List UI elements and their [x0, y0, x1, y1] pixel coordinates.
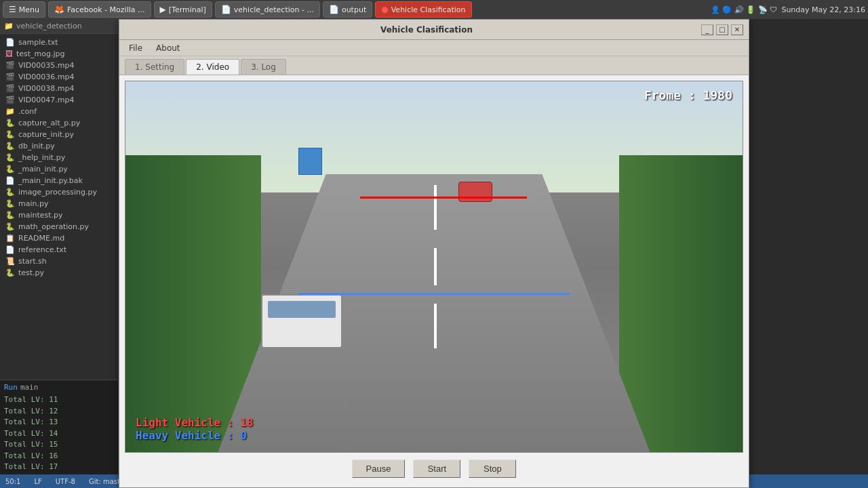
file-test-py[interactable]: 🐍 test.py: [0, 267, 118, 279]
run-label: Run: [4, 383, 18, 392]
active-icon: ●: [381, 5, 388, 14]
file-image-processing[interactable]: 🐍 image_processing.py: [0, 186, 118, 198]
txt-icon-2: 📄: [5, 245, 15, 254]
terminal-line-1: Total LV: 11: [4, 394, 114, 406]
menu-about[interactable]: About: [149, 42, 186, 54]
window-menubar: File About: [119, 40, 749, 56]
txt-icon: 📄: [5, 38, 15, 47]
vehicle-counters: Light Vehicle : 18 Heavy Vehicle : 0: [136, 416, 253, 442]
green-right: [619, 155, 743, 452]
tab-video[interactable]: 2. Video: [186, 59, 239, 75]
py-icon-2: 🐍: [5, 130, 15, 139]
file-db-init[interactable]: 🐍 db_init.py: [0, 140, 118, 152]
file-vid00047[interactable]: 🎬 VID00047.mp4: [0, 94, 118, 106]
road-scene: Frome : 1980 Light Vehicle : 18 Heavy Ve…: [125, 81, 743, 452]
py-icon-5: 🐍: [5, 165, 15, 174]
stop-button[interactable]: Stop: [469, 460, 516, 478]
window-body: Frome : 1980 Light Vehicle : 18 Heavy Ve…: [119, 75, 749, 487]
tab-log[interactable]: 3. Log: [241, 59, 286, 75]
py-icon-7: 🐍: [5, 199, 15, 208]
taskbar: ☰ Menu 🦊 Facebook - Mozilla ... ▶ [Termi…: [0, 0, 868, 19]
file-test-mog[interactable]: 🖼 test_mog.jpg: [0, 48, 118, 60]
control-buttons: Pause Start Stop: [125, 453, 743, 482]
file-vid00038[interactable]: 🎬 VID00038.mp4: [0, 83, 118, 94]
run-file: main: [20, 383, 39, 392]
file-vid00036[interactable]: 🎬 VID00036.mp4: [0, 71, 118, 83]
file-help-init[interactable]: 🐍 _help_init.py: [0, 152, 118, 163]
lane-divider-3: [434, 304, 437, 348]
terminal-panel: Run main Total LV: 11 Total LV: 12 Total…: [0, 380, 118, 488]
conf-icon: 📁: [5, 107, 15, 116]
sh-icon: 📜: [5, 257, 15, 266]
sidebar-files[interactable]: 📄 sample.txt 🖼 test_mog.jpg 🎬 VID00035.m…: [0, 34, 118, 380]
frame-counter: Frome : 1980: [644, 88, 732, 102]
app-window: Vehicle Clasification _ □ ✕ File About 1…: [119, 19, 749, 488]
file-main[interactable]: 🐍 main.py: [0, 198, 118, 209]
taskbar-menu[interactable]: ☰ Menu: [3, 1, 45, 18]
taskbar-output[interactable]: 📄 output: [323, 1, 372, 18]
close-button[interactable]: ✕: [731, 24, 743, 35]
py-icon-8: 🐍: [5, 211, 15, 220]
billboard: [298, 148, 322, 175]
taskbar-terminal[interactable]: ▶ [Terminal]: [154, 1, 212, 18]
output-icon: 📄: [329, 5, 339, 14]
file-readme[interactable]: 📋 README.md: [0, 232, 118, 244]
status-position: 50:1: [5, 478, 20, 485]
status-lf: LF: [34, 478, 41, 485]
file-reference[interactable]: 📄 reference.txt: [0, 244, 118, 256]
menu-file[interactable]: File: [122, 42, 149, 54]
terminal-line-4: Total LV: 14: [4, 428, 114, 440]
py-icon-4: 🐍: [5, 153, 15, 162]
status-encoding: UTF-8: [56, 478, 75, 485]
project-label: vehicle_detection: [16, 22, 82, 30]
firefox-icon: 🦊: [54, 5, 64, 14]
mp4-icon: 🎬: [5, 61, 15, 70]
bus-windows: [268, 301, 336, 318]
window-title: Vehicle Clasification: [152, 25, 701, 35]
video-container: Frome : 1980 Light Vehicle : 18 Heavy Ve…: [125, 81, 743, 453]
py-icon-6: 🐍: [5, 188, 15, 197]
terminal-line-3: Total LV: 13: [4, 417, 114, 428]
file-vid00035[interactable]: 🎬 VID00035.mp4: [0, 60, 118, 71]
detection-line-red: [360, 197, 527, 199]
file-main-init[interactable]: 🐍 _main_init.py: [0, 163, 118, 175]
mp4-icon-4: 🎬: [5, 96, 15, 104]
file-capture-alt[interactable]: 🐍 capture_alt_p.py: [0, 117, 118, 129]
minimize-button[interactable]: _: [701, 24, 713, 35]
start-button[interactable]: Start: [413, 460, 460, 478]
bus-vehicle: [261, 294, 342, 348]
sidebar: 📁 vehicle_detection 📄 sample.txt 🖼 test_…: [0, 19, 119, 488]
detection-line-blue: [298, 293, 570, 295]
py-icon-1: 🐍: [5, 119, 15, 127]
lane-divider-1: [434, 185, 437, 230]
datetime: Sunday May 22, 23:16: [781, 5, 865, 14]
pause-button[interactable]: Pause: [352, 460, 406, 478]
terminal-line-6: Total LV: 16: [4, 451, 114, 462]
file-conf[interactable]: 📁 .conf: [0, 106, 118, 117]
taskbar-vehicle-clasification[interactable]: ● Vehicle Clasification: [375, 1, 471, 18]
maximize-button[interactable]: □: [716, 24, 728, 35]
window-titlebar: Vehicle Clasification _ □ ✕: [119, 20, 749, 40]
terminal-line-7: Total LV: 17: [4, 462, 114, 473]
file-start-sh[interactable]: 📜 start.sh: [0, 256, 118, 267]
file-sample-txt[interactable]: 📄 sample.txt: [0, 37, 118, 48]
taskbar-vehicle-detection[interactable]: 📄 vehicle_detection - ...: [215, 1, 320, 18]
main-layout: 📁 vehicle_detection 📄 sample.txt 🖼 test_…: [0, 19, 868, 488]
lane-divider-2: [434, 248, 437, 285]
file-maintest[interactable]: 🐍 maintest.py: [0, 209, 118, 221]
tab-setting[interactable]: 1. Setting: [125, 59, 184, 75]
light-vehicle-count: Light Vehicle : 18: [136, 416, 253, 429]
bak-icon: 📄: [5, 176, 15, 185]
file-math-operation[interactable]: 🐍 math_operation.py: [0, 221, 118, 232]
taskbar-firefox[interactable]: 🦊 Facebook - Mozilla ...: [48, 1, 151, 18]
file-capture-init[interactable]: 🐍 capture_init.py: [0, 129, 118, 140]
py-icon-10: 🐍: [5, 268, 15, 277]
file-main-init-bak[interactable]: 📄 _main_init.py.bak: [0, 175, 118, 186]
terminal-line-2: Total LV: 12: [4, 406, 114, 418]
menu-icon: ☰: [9, 5, 16, 14]
window-controls: _ □ ✕: [701, 24, 743, 35]
terminal-icon: ▶: [160, 5, 166, 14]
mp4-icon-3: 🎬: [5, 84, 15, 93]
md-icon: 📋: [5, 234, 15, 243]
window-tabs: 1. Setting 2. Video 3. Log: [119, 56, 749, 75]
